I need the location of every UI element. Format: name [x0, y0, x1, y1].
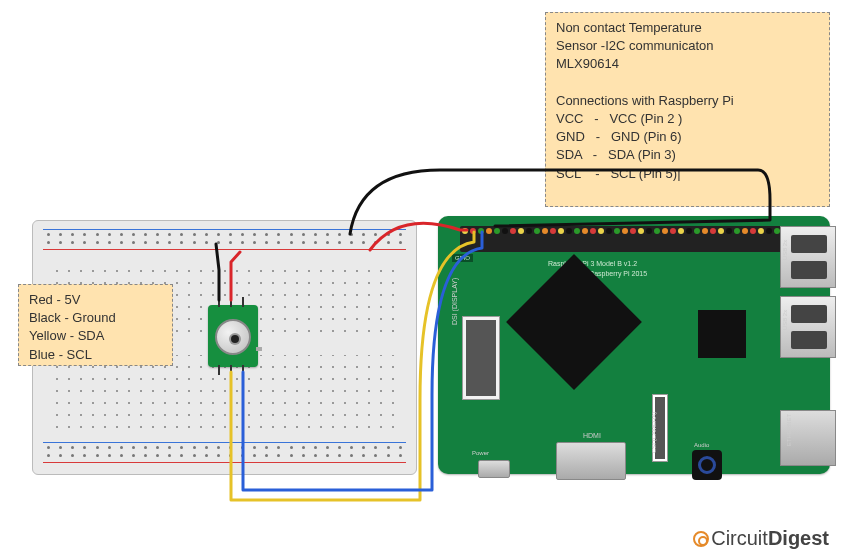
note-conn-row: VCC - VCC (Pin 2 )	[556, 110, 819, 128]
mlx90614-sensor	[208, 305, 258, 367]
dsi-connector: DSI (DISPLAY)	[462, 316, 500, 400]
audio-jack: Audio	[692, 450, 722, 480]
usb-port-bottom: USB 2x	[780, 296, 836, 358]
ethernet-port: ETHERNET	[780, 410, 836, 466]
note-line: MLX90614	[556, 55, 819, 73]
ram-chip-icon	[698, 310, 746, 358]
logo-icon	[693, 531, 709, 547]
raspberry-pi-board: GPIO Raspberry Pi 3 Model B v1.2 © Raspb…	[438, 216, 830, 474]
micro-usb-power	[478, 460, 510, 478]
legend-line: Yellow - SDA	[29, 327, 162, 345]
note-line: Sensor -I2C communicaton	[556, 37, 819, 55]
note-conn-row: SDA - SDA (Pin 3)	[556, 146, 819, 164]
watermark: CircuitDigest	[693, 527, 829, 550]
note-conn-title: Connections with Raspberry Pi	[556, 92, 819, 110]
gpio-label: GPIO	[452, 254, 473, 262]
note-conn-row: GND - GND (Pin 6)	[556, 128, 819, 146]
gpio-header	[460, 226, 790, 252]
legend-line: Black - Ground	[29, 309, 162, 327]
note-sensor-info: Non contact Temperature Sensor -I2C comm…	[545, 12, 830, 207]
note-wire-legend: Red - 5V Black - Ground Yellow - SDA Blu…	[18, 284, 173, 366]
legend-line: Blue - SCL	[29, 346, 162, 364]
hdmi-port: HDMI	[556, 442, 626, 480]
sensor-can-icon	[215, 319, 251, 355]
csi-connector: CSI (CAMERA)	[652, 394, 668, 462]
usb-port-top: USB 2x	[780, 226, 836, 288]
note-conn-row: SCL - SCL (Pin 5)|	[556, 165, 819, 183]
power-label: Power	[472, 450, 489, 456]
legend-line: Red - 5V	[29, 291, 162, 309]
wiring-diagram: Non contact Temperature Sensor -I2C comm…	[0, 0, 847, 560]
note-line: Non contact Temperature	[556, 19, 819, 37]
